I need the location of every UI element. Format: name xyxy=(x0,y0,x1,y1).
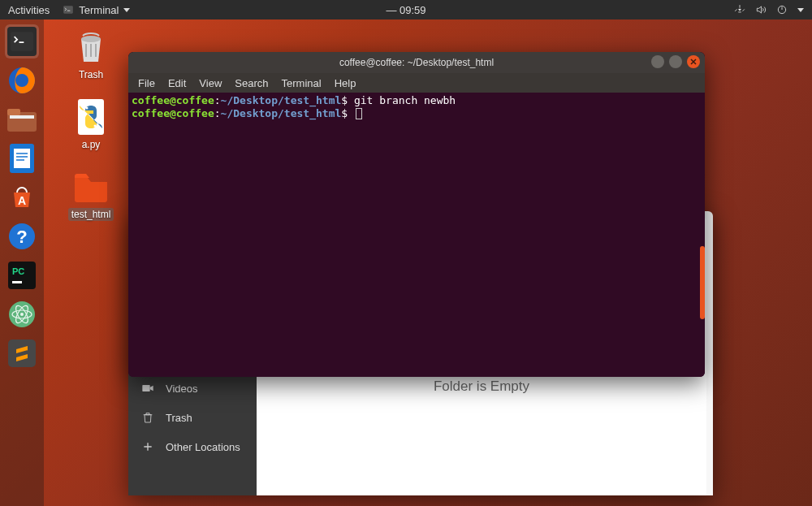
trash-icon xyxy=(75,29,107,65)
network-icon[interactable] xyxy=(734,4,745,15)
terminal-window: coffee@coffee: ~/Desktop/test_html File … xyxy=(128,52,705,377)
sidebar-item-videos[interactable]: Videos xyxy=(128,374,257,403)
desktop-icon-label: Trash xyxy=(76,68,106,81)
dock: A ? PC xyxy=(0,19,44,506)
folder-icon xyxy=(73,171,109,202)
maximize-button[interactable] xyxy=(669,55,682,68)
dock-item-software[interactable]: A xyxy=(5,180,39,214)
chevron-down-icon[interactable] xyxy=(797,8,804,12)
svg-rect-22 xyxy=(8,339,36,367)
minimize-button[interactable] xyxy=(651,55,664,68)
dock-item-help[interactable]: ? xyxy=(5,219,39,253)
terminal-line: coffee@coffee:~/Desktop/test_html$ git b… xyxy=(132,94,702,107)
desktop-icon-apy[interactable]: a.py xyxy=(65,99,117,151)
svg-point-25 xyxy=(86,107,89,110)
dock-item-writer[interactable] xyxy=(5,141,39,175)
terminal-body[interactable]: coffee@coffee:~/Desktop/test_html$ git b… xyxy=(128,93,705,377)
sidebar-item-other-locations[interactable]: Other Locations xyxy=(128,432,257,461)
sidebar-item-label: Other Locations xyxy=(166,441,240,453)
menu-file[interactable]: File xyxy=(135,76,158,91)
menu-terminal[interactable]: Terminal xyxy=(279,76,325,91)
svg-point-21 xyxy=(20,313,24,316)
svg-rect-3 xyxy=(11,32,33,50)
sidebar-item-label: Videos xyxy=(166,383,198,395)
menu-edit[interactable]: Edit xyxy=(165,76,189,91)
app-menu[interactable]: Terminal xyxy=(63,4,130,16)
dock-item-pycharm[interactable]: PC xyxy=(5,258,39,292)
dock-item-firefox[interactable] xyxy=(5,63,39,97)
atom-icon xyxy=(8,301,36,328)
desktop-icon-label: test_html xyxy=(68,208,114,221)
trash-icon xyxy=(141,411,154,424)
svg-point-5 xyxy=(15,74,28,87)
terminal-icon xyxy=(11,32,33,51)
svg-text:A: A xyxy=(18,194,26,207)
dock-item-atom[interactable] xyxy=(5,297,39,331)
desktop-icon-testhtml[interactable]: test_html xyxy=(65,169,117,221)
svg-point-23 xyxy=(81,36,101,42)
svg-rect-8 xyxy=(10,115,34,119)
volume-icon[interactable] xyxy=(755,4,767,15)
terminal-title: coffee@coffee: ~/Desktop/test_html xyxy=(339,57,494,68)
plus-icon xyxy=(141,440,154,453)
svg-text:PC: PC xyxy=(12,266,24,276)
cursor-icon xyxy=(356,108,362,119)
terminal-menubar: File Edit View Search Terminal Help xyxy=(128,73,705,93)
power-icon[interactable] xyxy=(776,4,788,15)
activities-button[interactable]: Activities xyxy=(8,4,50,16)
python-file-icon xyxy=(76,99,106,135)
desktop-icon-label: a.py xyxy=(79,138,104,151)
pycharm-icon: PC xyxy=(8,262,36,289)
svg-rect-0 xyxy=(63,6,73,13)
shopping-bag-icon: A xyxy=(9,184,35,210)
sublime-icon xyxy=(8,339,36,367)
svg-point-1 xyxy=(739,9,741,11)
desktop-icon-trash[interactable]: Trash xyxy=(65,29,117,81)
dock-item-files[interactable] xyxy=(5,102,39,136)
terminal-scrollbar[interactable] xyxy=(700,246,705,319)
svg-rect-10 xyxy=(14,149,30,168)
clock[interactable]: — 09:59 xyxy=(386,4,425,16)
svg-rect-27 xyxy=(142,385,149,391)
terminal-titlebar[interactable]: coffee@coffee: ~/Desktop/test_html xyxy=(128,52,705,73)
terminal-line: coffee@coffee:~/Desktop/test_html$ xyxy=(132,107,702,120)
firefox-icon xyxy=(7,66,37,95)
desktop-icons: Trash a.py test_html xyxy=(65,29,117,221)
svg-point-26 xyxy=(94,125,97,128)
video-icon xyxy=(141,382,154,395)
terminal-icon xyxy=(63,4,74,15)
svg-rect-24 xyxy=(78,99,104,135)
menu-search[interactable]: Search xyxy=(231,76,271,91)
svg-text:?: ? xyxy=(16,227,27,247)
files-icon xyxy=(7,107,37,132)
close-icon xyxy=(690,58,697,65)
dock-item-sublime[interactable] xyxy=(5,336,39,370)
svg-rect-7 xyxy=(7,109,20,115)
chevron-down-icon xyxy=(123,8,130,12)
empty-folder-label: Folder is Empty xyxy=(434,378,529,395)
sidebar-item-label: Trash xyxy=(166,412,192,424)
app-menu-label: Terminal xyxy=(79,4,119,16)
top-bar: Activities Terminal — 09:59 xyxy=(0,0,812,19)
sidebar-item-trash[interactable]: Trash xyxy=(128,403,257,432)
svg-rect-16 xyxy=(12,281,22,283)
dock-item-terminal[interactable] xyxy=(5,24,39,58)
document-icon xyxy=(10,144,34,173)
menu-view[interactable]: View xyxy=(196,76,225,91)
close-button[interactable] xyxy=(687,55,700,68)
help-icon: ? xyxy=(8,223,36,250)
menu-help[interactable]: Help xyxy=(331,76,360,91)
